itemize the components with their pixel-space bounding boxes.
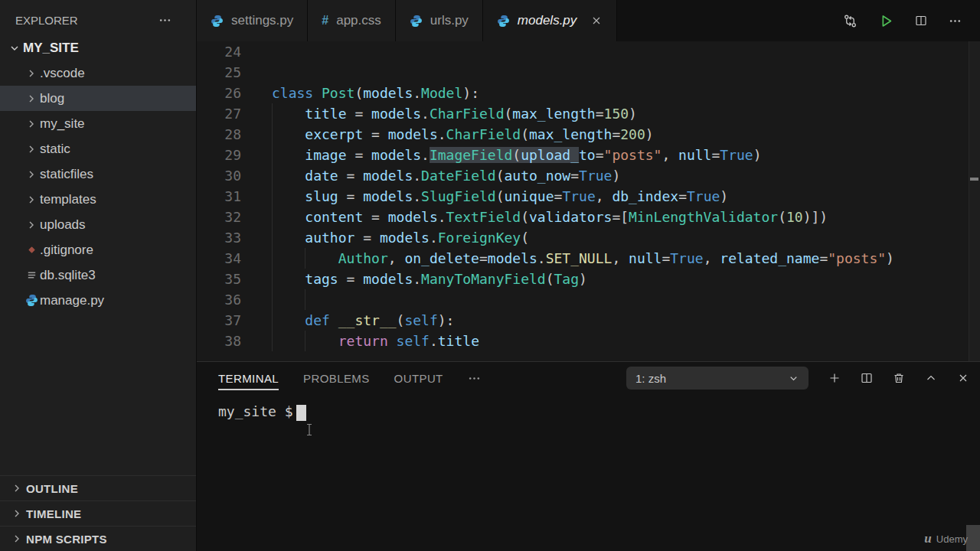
overview-ruler[interactable]: [969, 41, 980, 361]
close-icon[interactable]: [957, 372, 969, 384]
code-token: .: [413, 168, 421, 184]
panel-tabs: TERMINALPROBLEMSOUTPUT: [218, 362, 468, 394]
sidebar-item-db-sqlite3[interactable]: db.sqlite3: [0, 262, 196, 288]
item-label: .gitignore: [40, 243, 93, 258]
code-token: =: [570, 168, 579, 184]
code-token: (: [354, 85, 363, 101]
code-line-37[interactable]: 37 def __str__(self):: [197, 310, 980, 331]
python-icon: [497, 15, 510, 28]
code-token: .: [430, 333, 438, 349]
sidebar-item-staticfiles[interactable]: staticfiles: [0, 161, 196, 187]
code-line-36[interactable]: 36: [197, 289, 980, 310]
code-token: return: [338, 333, 388, 349]
plus-icon[interactable]: [828, 372, 841, 384]
tab-label: models.py: [518, 13, 577, 28]
explorer-more-actions-icon[interactable]: [158, 14, 172, 27]
code-token: )]): [803, 209, 828, 225]
code-token: .: [413, 188, 421, 204]
code-line-30[interactable]: 30 date = models.DateField(auto_now=True…: [197, 165, 980, 186]
terminal-shell-select[interactable]: 1: zsh: [626, 367, 808, 390]
code-token: DateField: [421, 168, 496, 184]
code-line-31[interactable]: 31 slug = models.SlugField(unique=True, …: [197, 186, 980, 207]
code-token: [313, 85, 322, 101]
code-token: SlugField: [421, 188, 496, 204]
code-token: models: [363, 188, 413, 204]
sidebar-item-gitignore[interactable]: .gitignore: [0, 237, 196, 262]
ellipsis-icon[interactable]: [949, 15, 962, 28]
code-editor[interactable]: 24 25 26class Post(models.Model):27 titl…: [197, 41, 980, 361]
code-token: (: [778, 209, 786, 225]
tab-label: settings.py: [231, 13, 293, 28]
indent-guide: [305, 331, 305, 351]
code-line-24[interactable]: 24: [197, 41, 980, 62]
indent-guide: [272, 165, 273, 186]
sidebar-item-uploads[interactable]: uploads: [0, 212, 196, 237]
code-line-34[interactable]: 34 Author, on_delete=models.SET_NULL, nu…: [197, 248, 980, 269]
section-label: NPM SCRIPTS: [26, 533, 107, 546]
code-line-35[interactable]: 35 tags = models.ManyToManyField(Tag): [197, 269, 980, 289]
sidebar-root-my-site[interactable]: MY_SITE: [0, 35, 196, 60]
chevron-down-icon: [788, 373, 799, 384]
code-token: class: [272, 85, 313, 101]
chevron-up-icon[interactable]: [925, 372, 937, 384]
code-token: related_name: [720, 250, 819, 266]
code-token: [272, 230, 305, 246]
code-token: .: [438, 126, 446, 142]
sidebar-section-timeline[interactable]: TIMELINE: [0, 500, 196, 526]
line-number: 24: [197, 41, 241, 62]
code-token: __str__: [338, 312, 397, 328]
code-line-33[interactable]: 33 author = models.ForeignKey(: [197, 227, 980, 248]
code-line-27[interactable]: 27 title = models.CharField(max_length=1…: [197, 103, 980, 124]
panel-tab-problems[interactable]: PROBLEMS: [303, 362, 370, 394]
split-editor-icon[interactable]: [915, 15, 927, 27]
code-token: ): [645, 126, 654, 142]
code-token: ManyToManyField: [421, 271, 546, 287]
sidebar-section-npm-scripts[interactable]: NPM SCRIPTS: [0, 526, 196, 551]
code-token: True: [562, 188, 595, 204]
trash-icon[interactable]: [893, 372, 905, 384]
code-token: slug: [305, 188, 338, 204]
code-token: image: [305, 147, 346, 163]
code-token: True: [720, 147, 753, 163]
code-line-29[interactable]: 29 image = models.ImageField(upload_to="…: [197, 145, 980, 165]
close-icon[interactable]: [590, 15, 603, 27]
code-line-25[interactable]: 25: [197, 62, 980, 83]
code-line-32[interactable]: 32 content = models.TextField(validators…: [197, 207, 980, 227]
terminal-body[interactable]: my_site $: [197, 394, 980, 421]
code-token: ImageField: [430, 147, 512, 163]
split-terminal-icon[interactable]: [861, 372, 873, 384]
code-token: =: [363, 209, 388, 225]
panel-tab-output[interactable]: OUTPUT: [394, 362, 443, 394]
sidebar-item-vscode[interactable]: .vscode: [0, 60, 196, 86]
overview-ruler-mark: [970, 178, 978, 181]
sidebar-item-static[interactable]: static: [0, 136, 196, 161]
code-line-text: author = models.ForeignKey(: [272, 227, 529, 248]
code-line-28[interactable]: 28 excerpt = models.CharField(max_length…: [197, 124, 980, 145]
indent-guide: [272, 207, 273, 227]
tab-models-py[interactable]: models.py: [483, 0, 617, 41]
terminal-scrollbar[interactable]: [966, 525, 980, 551]
sidebar-item-templates[interactable]: templates: [0, 187, 196, 212]
tab-app-css[interactable]: #app.css: [308, 0, 396, 41]
chevron-right-icon: [8, 507, 26, 520]
panel-more-tabs-icon[interactable]: [468, 372, 481, 385]
sidebar-item-manage-py[interactable]: manage.py: [0, 288, 196, 313]
line-number: 37: [197, 310, 241, 331]
sidebar-item-blog[interactable]: blog: [0, 86, 196, 111]
item-label: templates: [40, 192, 96, 207]
code-token: =: [612, 126, 620, 142]
chevron-right-icon: [23, 143, 40, 155]
terminal-prompt: my_site $: [218, 403, 293, 419]
panel-tab-terminal[interactable]: TERMINAL: [218, 362, 279, 394]
section-label: OUTLINE: [26, 482, 78, 495]
sidebar-item-my-site[interactable]: my_site: [0, 111, 196, 136]
tab-urls-py[interactable]: urls.py: [396, 0, 483, 41]
line-number: 38: [197, 331, 241, 351]
code-line-38[interactable]: 38 return self.title: [197, 331, 980, 351]
tab-settings-py[interactable]: settings.py: [197, 0, 308, 41]
code-token: .: [537, 250, 546, 266]
run-icon[interactable]: [879, 14, 893, 28]
code-line-26[interactable]: 26class Post(models.Model):: [197, 83, 980, 103]
sidebar-section-outline[interactable]: OUTLINE: [0, 475, 196, 500]
compare-changes-icon[interactable]: [843, 14, 858, 28]
